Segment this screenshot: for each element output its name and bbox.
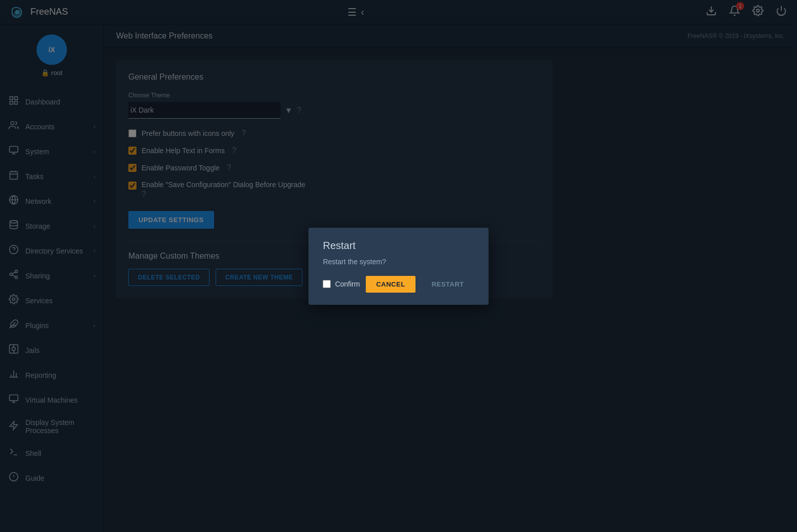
- restart-dialog: Restart Restart the system? Confirm CANC…: [308, 228, 488, 305]
- modal-body: Restart the system?: [323, 258, 474, 266]
- modal-confirm-row: Confirm: [323, 280, 360, 288]
- modal-confirm-label: Confirm: [335, 280, 360, 288]
- modal-overlay[interactable]: Restart Restart the system? Confirm CANC…: [0, 0, 797, 532]
- modal-footer: Confirm CANCEL RESTART: [323, 276, 474, 293]
- modal-title: Restart: [323, 240, 474, 252]
- cancel-button[interactable]: CANCEL: [366, 276, 415, 293]
- restart-button[interactable]: RESTART: [422, 276, 474, 293]
- modal-confirm-checkbox[interactable]: [323, 280, 331, 288]
